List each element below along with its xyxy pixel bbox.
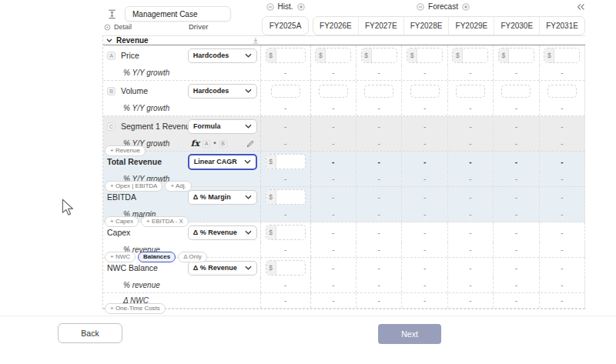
empty-value-dash: - xyxy=(332,245,334,254)
driver-select-total-revenue[interactable]: Linear CAGR xyxy=(188,154,257,170)
driver-select-segment-1-revenue[interactable]: Formula xyxy=(188,119,257,134)
cell-input[interactable] xyxy=(501,85,531,98)
cell-ebitda-fy2025a: $ xyxy=(261,187,311,207)
empty-value-dash: - xyxy=(515,193,517,202)
cell-input[interactable] xyxy=(276,155,305,169)
cell-input[interactable] xyxy=(276,48,305,62)
cell-nwc-balance-fy2029e: - xyxy=(448,258,494,278)
formula-fx-icon: fx xyxy=(191,139,199,149)
edit-pencil-icon[interactable] xyxy=(246,139,255,149)
driver-select-ebitda[interactable]: Δ % Margin xyxy=(188,190,257,205)
chevron-down-icon xyxy=(244,159,251,164)
dollar-prefix: $ xyxy=(544,48,554,63)
driver-value: Linear CAGR xyxy=(194,158,237,165)
row-price: APriceHardcodes$$$$$$$ xyxy=(103,45,585,65)
cell-volume-fy2026e xyxy=(311,81,357,101)
cell-input[interactable] xyxy=(271,85,300,98)
footer-divider xyxy=(0,316,616,316)
cell-input[interactable] xyxy=(509,48,534,62)
column-header-fy2027e: FY2027E xyxy=(358,17,403,35)
cell-revenue-fy2031e: - xyxy=(540,242,585,257)
grid-bottom-tags: + One-Time Costs xyxy=(105,303,166,314)
driver-select-nwc-balance[interactable]: Δ % Revenue xyxy=(188,261,257,276)
row-label: Segment 1 Revenue xyxy=(121,122,195,131)
cell-total-revenue-fy2026e: - xyxy=(311,152,357,172)
chevron-down-icon xyxy=(245,53,252,58)
tag-revenue[interactable]: + Revenue xyxy=(105,145,146,156)
cell-input[interactable] xyxy=(547,85,577,98)
cell-input[interactable] xyxy=(326,48,350,62)
next-button[interactable]: Next xyxy=(378,324,441,344)
tag-balances[interactable]: Balances xyxy=(138,252,176,262)
forecast-group: Forecast xyxy=(310,2,576,11)
row-y-y-growth: % Y/Y growth------- xyxy=(103,65,585,81)
cell-nwc-fy2029e: - xyxy=(448,293,494,308)
cell-nwc-balance-fy2028e: - xyxy=(402,258,447,278)
tag-adj[interactable]: + Adj. xyxy=(165,181,191,192)
cell-revenue-fy2025a: - xyxy=(261,242,311,257)
cell-input[interactable] xyxy=(417,48,442,62)
row-y-y-growth: % Y/Y growth------- xyxy=(103,101,585,116)
cell-y-y-growth-fy2031e: - xyxy=(540,65,585,80)
hist-plus-circle-icon[interactable] xyxy=(297,3,305,11)
empty-value-dash: - xyxy=(424,264,426,272)
empty-value-dash: - xyxy=(424,296,426,305)
collapse-columns-icon[interactable] xyxy=(577,3,585,11)
cell-input[interactable] xyxy=(276,225,305,239)
driver-cell: Hardcodes xyxy=(186,45,261,65)
cell-revenue-fy2027e: - xyxy=(357,242,402,257)
columns-header: Hist. Forecast FY2025A xyxy=(260,0,585,35)
currency-input: $ xyxy=(266,189,306,205)
driver-select-price[interactable]: Hardcodes xyxy=(188,48,257,63)
forecast-plus-circle-icon[interactable] xyxy=(462,3,470,11)
tag-capex[interactable]: + Capex xyxy=(105,216,139,227)
empty-value-dash: - xyxy=(515,281,517,289)
column-header-fy2026e: FY2026E xyxy=(313,17,358,35)
empty-value-dash: - xyxy=(561,68,563,77)
cell-y-y-growth-fy2027e: - xyxy=(357,172,402,186)
row-label: % revenue xyxy=(123,281,160,289)
cell-input[interactable] xyxy=(276,261,305,275)
cell-input[interactable] xyxy=(364,85,393,98)
cell-input[interactable] xyxy=(319,85,348,98)
detail-toggle[interactable]: Detail xyxy=(104,23,132,31)
cell-input[interactable] xyxy=(456,85,485,98)
section-chevron-icon[interactable] xyxy=(106,38,112,42)
tag-one-time-costs[interactable]: + One-Time Costs xyxy=(105,303,166,314)
tag-only[interactable]: Δ Only xyxy=(178,252,207,262)
cell-input[interactable] xyxy=(372,48,397,62)
empty-value-dash: - xyxy=(424,175,426,183)
tag-opex-ebitda[interactable]: + Opex | EBITDA xyxy=(105,181,162,192)
hist-minus-circle-icon[interactable] xyxy=(266,3,274,11)
currency-input: $ xyxy=(498,48,534,63)
cell-input[interactable] xyxy=(554,48,579,62)
empty-value-dash: - xyxy=(424,193,426,202)
back-button[interactable]: Back xyxy=(58,323,122,343)
currency-input: $ xyxy=(266,48,306,63)
empty-value-dash: - xyxy=(515,122,517,131)
empty-value-dash: - xyxy=(561,264,563,272)
chevron-down-icon xyxy=(245,265,252,270)
case-header xyxy=(106,6,231,22)
case-name-input[interactable] xyxy=(125,6,231,22)
empty-value-dash: - xyxy=(424,122,426,131)
driver-select-capex[interactable]: Δ % Revenue xyxy=(188,225,257,240)
cell-input[interactable] xyxy=(276,190,305,204)
cell-input[interactable] xyxy=(410,85,440,98)
row-label: % Y/Y growth xyxy=(123,104,169,112)
cell-input[interactable] xyxy=(463,48,487,62)
driver-select-volume[interactable]: Hardcodes xyxy=(188,84,257,99)
collapse-vertical-icon[interactable] xyxy=(106,8,118,20)
forecast-minus-circle-icon[interactable] xyxy=(417,3,424,11)
tag-nwc[interactable]: + NWC xyxy=(105,252,136,262)
tag-ebitda-x[interactable]: + EBITDA - X xyxy=(141,216,189,227)
column-header-fy2031e: FY2031E xyxy=(539,17,584,35)
empty-value-dash: - xyxy=(515,139,517,148)
cell-revenue-fy2026e: - xyxy=(311,278,357,292)
driver-cell xyxy=(186,207,261,222)
download-icon[interactable] xyxy=(251,36,260,45)
cell-y-y-growth-fy2028e: - xyxy=(402,65,447,80)
cell-capex-fy2027e: - xyxy=(357,222,402,242)
empty-value-dash: - xyxy=(424,68,426,77)
cell-volume-fy2025a xyxy=(261,81,311,101)
